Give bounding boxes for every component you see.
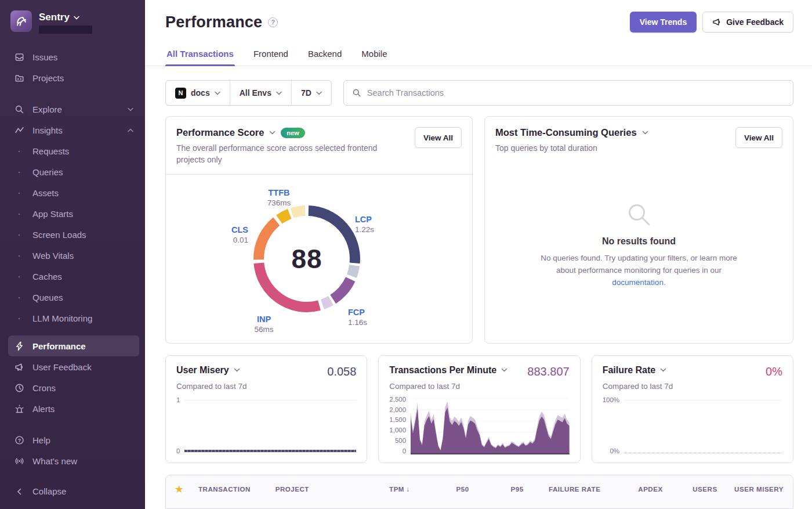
sidebar-item-user-feedback[interactable]: User Feedback [8, 356, 139, 377]
sidebar-item-insights[interactable]: Insights [8, 120, 139, 140]
failure-series-line [624, 453, 782, 454]
tab-all-transactions[interactable]: All Transactions [165, 45, 235, 66]
give-feedback-label: Give Feedback [726, 17, 784, 27]
chevron-down-icon[interactable] [642, 131, 648, 135]
column-header-p50[interactable]: P50 [410, 486, 469, 493]
documentation-link[interactable]: documentation [612, 278, 664, 287]
sidebar-item-queries[interactable]: · Queries [8, 161, 139, 182]
bullet-icon: · [14, 252, 24, 258]
y-axis-label: 0% [610, 447, 619, 454]
chevron-down-icon[interactable] [660, 368, 666, 372]
sidebar-item-label: Help [32, 435, 50, 445]
tab-mobile[interactable]: Mobile [360, 45, 388, 66]
sidebar-item-explore[interactable]: Explore [8, 99, 139, 120]
tab-backend[interactable]: Backend [307, 45, 343, 66]
environment-filter[interactable]: All Envs [230, 81, 291, 105]
view-trends-button[interactable]: View Trends [630, 12, 697, 33]
column-header-apdex[interactable]: APDEX [600, 486, 662, 493]
sidebar-item-crons[interactable]: Crons [8, 377, 139, 398]
sidebar-item-label: Issues [32, 52, 57, 62]
empty-state-text: No queries found. Try updating your filt… [530, 252, 748, 289]
chevron-down-icon[interactable] [234, 368, 240, 372]
sidebar-item-label: Alerts [32, 404, 55, 414]
y-axis-label: 2,000 [389, 407, 406, 414]
chevron-down-icon[interactable] [269, 131, 276, 135]
sidebar-item-llm-monitoring[interactable]: · LLM Monitoring [8, 308, 139, 328]
sidebar-item-label: Screen Loads [32, 230, 86, 240]
sidebar-item-label: Requests [32, 146, 69, 156]
sidebar-item-issues[interactable]: Issues [8, 46, 139, 67]
org-switcher[interactable]: Sentry [8, 8, 139, 38]
sidebar-item-label: Assets [32, 188, 59, 198]
sidebar-item-label: Performance [32, 341, 86, 351]
sidebar-item-screen-loads[interactable]: · Screen Loads [8, 224, 139, 245]
sidebar-item-label: What's new [32, 456, 77, 466]
card-subtitle: Top queries by total duration [495, 142, 648, 154]
help-icon[interactable]: ? [268, 17, 278, 27]
view-all-button[interactable]: View All [735, 127, 782, 148]
column-header-tpm[interactable]: TPM↓ [347, 485, 409, 493]
sidebar-item-help[interactable]: ? Help [8, 429, 139, 450]
search-icon [352, 88, 361, 98]
star-icon[interactable]: ★ [175, 484, 198, 494]
megaphone-icon [14, 362, 24, 372]
column-header-project[interactable]: PROJECT [276, 486, 348, 493]
widget-row-bottom: User Misery 0.058 Compared to last 7d 1 … [145, 355, 812, 463]
y-axis-label: 0 [176, 447, 180, 454]
transactions-table-header: ★ TRANSACTION PROJECT TPM↓ P50 P95 FAILU… [166, 475, 793, 503]
sidebar-item-projects[interactable]: Projects [8, 67, 139, 88]
date-range-value: 7D [301, 88, 311, 98]
score-value: 88 [291, 243, 322, 275]
user-misery-chart: 1 0 [176, 396, 356, 454]
bullet-icon: · [14, 273, 24, 279]
sidebar-item-alerts[interactable]: Alerts [8, 398, 139, 419]
sidebar-item-performance[interactable]: Performance [8, 335, 139, 356]
search-icon [14, 104, 24, 114]
metric-label-ttfb: TTFB 736ms [254, 187, 304, 208]
y-axis-label: 500 [395, 438, 406, 445]
sidebar-item-assets[interactable]: · Assets [8, 182, 139, 203]
column-header-failure-rate[interactable]: FAILURE RATE [524, 486, 601, 493]
nextjs-platform-icon: N [175, 88, 186, 99]
chevron-left-icon [14, 488, 24, 495]
failure-rate-card: Failure Rate 0% Compared to last 7d 100%… [592, 355, 793, 463]
search-input[interactable] [367, 88, 785, 98]
column-header-users[interactable]: USERS [663, 486, 717, 493]
tpm-chart: 2,500 2,000 1,500 1,000 500 0 [389, 396, 569, 454]
date-range-filter[interactable]: 7D [291, 81, 331, 105]
project-filter[interactable]: N docs [166, 81, 230, 105]
metric-label-lcp: LCP 1.22s [355, 214, 374, 235]
sidebar-collapse-button[interactable]: Collapse [8, 482, 139, 501]
sidebar-item-web-vitals[interactable]: · Web Vitals [8, 245, 139, 266]
give-feedback-button[interactable]: Give Feedback [702, 12, 793, 33]
bullet-icon: · [14, 148, 24, 154]
performance-score-chart: 88 TTFB 736ms CLS 0.01 LCP 1.22s [166, 174, 472, 343]
sidebar: Sentry Issues Projects [0, 0, 145, 509]
sidebar-item-queues[interactable]: · Queues [8, 287, 139, 308]
sidebar-item-label: Projects [32, 73, 64, 83]
metric-label-cls: CLS 0.01 [211, 225, 248, 246]
sidebar-item-whats-new[interactable]: What's new [8, 450, 139, 471]
sentry-logo-icon [15, 15, 28, 28]
siren-icon [14, 404, 24, 414]
column-header-p95[interactable]: P95 [469, 486, 524, 493]
search-empty-icon [626, 201, 652, 228]
performance-score-card: Performance Score new The overall perfor… [165, 116, 473, 344]
column-header-transaction[interactable]: TRANSACTION [198, 486, 276, 493]
tab-bar: All Transactions Frontend Backend Mobile [145, 45, 812, 66]
card-title: User Misery [176, 365, 229, 376]
view-all-button[interactable]: View All [415, 127, 462, 148]
column-header-user-misery[interactable]: USER MISERY [717, 486, 784, 493]
gridline [184, 400, 356, 400]
chevron-down-icon[interactable] [501, 368, 507, 372]
bullet-icon: · [14, 211, 24, 216]
sidebar-item-app-starts[interactable]: · App Starts [8, 203, 139, 224]
sidebar-item-requests[interactable]: · Requests [8, 140, 139, 161]
misery-series-line [184, 450, 356, 452]
sidebar-item-label: Queries [32, 167, 63, 177]
tab-frontend[interactable]: Frontend [252, 45, 289, 66]
card-title: Failure Rate [603, 365, 656, 376]
sidebar-item-caches[interactable]: · Caches [8, 266, 139, 287]
page-filters: N docs All Envs 7D [165, 80, 332, 106]
project-filter-value: docs [191, 88, 210, 98]
